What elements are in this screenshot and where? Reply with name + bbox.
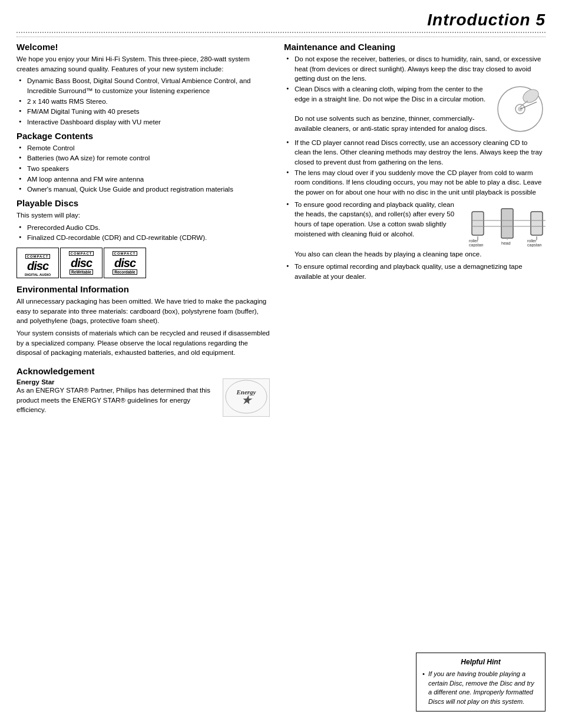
playable-discs-section: Playable Discs This system will play: Pr… bbox=[16, 198, 270, 278]
list-item: Remote Control bbox=[19, 143, 270, 153]
welcome-intro: We hope you enjoy your Mini Hi-Fi System… bbox=[16, 54, 270, 74]
svg-point-6 bbox=[521, 87, 541, 105]
playable-discs-list: Prerecorded Audio CDs. Finalized CD-reco… bbox=[16, 223, 270, 243]
page-title: Introduction 5 bbox=[427, 11, 546, 29]
acknowledgement-section: Acknowledgement Energy Star As an ENERGY… bbox=[16, 366, 270, 417]
helpful-hint-list: If you are having trouble playing a cert… bbox=[422, 670, 539, 706]
svg-text:★: ★ bbox=[242, 394, 253, 406]
roller-text: To ensure good recording and playback qu… bbox=[295, 200, 463, 239]
welcome-features-list: Dynamic Bass Boost, Digital Sound Contro… bbox=[16, 76, 270, 127]
environmental-p1: All unnecessary packaging has been omitt… bbox=[16, 297, 270, 326]
maintenance-heading: Maintenance and Cleaning bbox=[284, 42, 546, 52]
environmental-section: Environmental Information All unnecessar… bbox=[16, 284, 270, 358]
svg-rect-8 bbox=[472, 212, 484, 235]
cd-compact-label-2: COMPACT bbox=[69, 251, 94, 256]
list-item: If the CD player cannot read Discs corre… bbox=[286, 138, 546, 167]
cd-compact-label: COMPACT bbox=[25, 254, 51, 259]
list-item: Two speakers bbox=[19, 164, 270, 174]
welcome-heading: Welcome! bbox=[16, 42, 270, 52]
list-item: Interactive Dashboard display with VU me… bbox=[19, 117, 270, 127]
page: Introduction 5 Welcome! We hope you enjo… bbox=[0, 0, 562, 728]
energy-star-logo: Energy ★ bbox=[223, 378, 270, 417]
svg-rect-9 bbox=[501, 209, 513, 238]
energy-star-logo-text: Energy ★ bbox=[224, 379, 269, 417]
list-item: Do not expose the receiver, batteries, o… bbox=[286, 54, 546, 84]
list-item: Finalized CD-recordable (CDR) and CD-rew… bbox=[19, 233, 270, 243]
cd-cleaning-diagram bbox=[495, 84, 546, 137]
cd-disc-text-3: disc bbox=[114, 257, 135, 269]
acknowledgement-body: As an ENERGY STAR® Partner, Philips has … bbox=[16, 386, 217, 415]
svg-rect-10 bbox=[531, 212, 543, 235]
svg-text:capstan: capstan bbox=[527, 243, 542, 247]
cd-compact-label-3: COMPACT bbox=[113, 251, 138, 256]
main-columns: Welcome! We hope you enjoy your Mini Hi-… bbox=[16, 42, 546, 417]
list-item: Owner's manual, Quick Use Guide and prod… bbox=[19, 185, 270, 195]
acknowledgement-heading: Acknowledgement bbox=[16, 366, 270, 376]
svg-text:roller: roller bbox=[469, 239, 478, 243]
list-item: Prerecorded Audio CDs. bbox=[19, 223, 270, 233]
list-item: 2 x 140 watts RMS Stereo. bbox=[19, 97, 270, 107]
roller-section: To ensure good recording and playback qu… bbox=[295, 200, 546, 250]
welcome-section: Welcome! We hope you enjoy your Mini Hi-… bbox=[16, 42, 270, 127]
environmental-p2: Your system consists of materials which … bbox=[16, 328, 270, 358]
svg-text:capstan: capstan bbox=[469, 243, 484, 247]
list-item: FM/AM Digital Tuning with 40 presets bbox=[19, 107, 270, 117]
energy-star-subheading: Energy Star bbox=[16, 378, 217, 386]
cd-logo-rewritable: COMPACT disc ReWritable bbox=[60, 248, 103, 278]
playable-discs-heading: Playable Discs bbox=[16, 198, 270, 208]
svg-text:roller: roller bbox=[527, 239, 537, 243]
cd-disc-text: disc bbox=[27, 260, 48, 272]
svg-text:head: head bbox=[501, 241, 511, 245]
list-item: To ensure optimal recording and playback… bbox=[286, 262, 546, 281]
package-contents-section: Package Contents Remote Control Batterie… bbox=[16, 131, 270, 195]
page-header: Introduction 5 bbox=[16, 11, 546, 33]
list-item: Batteries (two AA size) for remote contr… bbox=[19, 153, 270, 163]
list-item: To ensure good recording and playback qu… bbox=[286, 200, 546, 259]
package-contents-heading: Package Contents bbox=[16, 131, 270, 141]
environmental-heading: Environmental Information bbox=[16, 284, 270, 294]
cd-disc-text-2: disc bbox=[71, 257, 92, 269]
cd-logos: COMPACT disc DIGITAL AUDIO COMPACT disc … bbox=[16, 248, 270, 278]
helpful-hint-item: If you are having trouble playing a cert… bbox=[422, 670, 539, 706]
roller-diagram: roller capstan head roller capstan bbox=[469, 200, 546, 250]
playable-discs-intro: This system will play: bbox=[16, 210, 270, 220]
cd-logo-recordable: COMPACT disc Recordable bbox=[104, 248, 146, 278]
cd-sub-text-2: ReWritable bbox=[70, 269, 93, 275]
list-item: Clean Discs with a cleaning cloth, wipin… bbox=[286, 84, 546, 137]
after-diagram-text: You also can clean the heads by playing … bbox=[295, 249, 546, 259]
maintenance-list: Do not expose the receiver, batteries, o… bbox=[284, 54, 546, 281]
cd-logo-digital-audio: COMPACT disc DIGITAL AUDIO bbox=[16, 248, 59, 278]
header-rule bbox=[16, 37, 546, 37]
list-item: Dynamic Bass Boost, Digital Sound Contro… bbox=[19, 76, 270, 95]
right-column: Maintenance and Cleaning Do not expose t… bbox=[284, 42, 546, 417]
list-item: AM loop antenna and FM wire antenna bbox=[19, 174, 270, 185]
cd-sub-text-3: Recordable bbox=[113, 269, 137, 275]
list-item: The lens may cloud over if you suddenly … bbox=[286, 168, 546, 197]
left-column: Welcome! We hope you enjoy your Mini Hi-… bbox=[16, 42, 270, 417]
package-contents-list: Remote Control Batteries (two AA size) f… bbox=[16, 143, 270, 195]
helpful-hint-title: Helpful Hint bbox=[422, 658, 539, 666]
helpful-hint-box: Helpful Hint If you are having trouble p… bbox=[416, 653, 546, 711]
bullet2-text: Clean Discs with a cleaning cloth, wipin… bbox=[295, 84, 491, 133]
maintenance-section: Maintenance and Cleaning Do not expose t… bbox=[284, 42, 546, 281]
acknowledgement-content: Energy Star As an ENERGY STAR® Partner, … bbox=[16, 378, 270, 417]
cd-bottom-label: DIGITAL AUDIO bbox=[17, 273, 58, 276]
acknowledgement-text-block: Energy Star As an ENERGY STAR® Partner, … bbox=[16, 378, 217, 417]
